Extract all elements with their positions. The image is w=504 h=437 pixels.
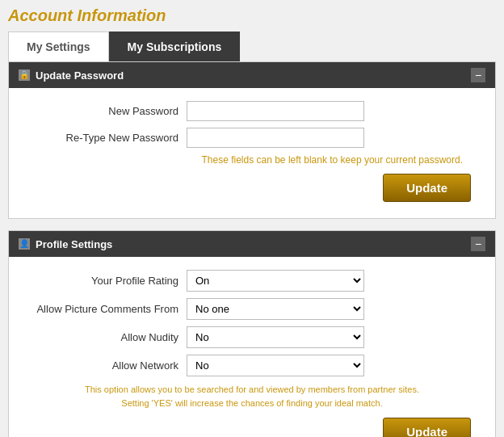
user-icon: 👤	[19, 238, 30, 250]
allow-network-row: Allow Network No Yes	[25, 355, 479, 376]
password-hint: These fields can be left blank to keep y…	[25, 154, 479, 166]
allow-picture-comments-label: Allow Picture Comments From	[25, 303, 187, 315]
tab-my-settings[interactable]: My Settings	[8, 32, 109, 61]
update-password-section: 🔒 Update Password − New Password Re-Type…	[8, 61, 496, 219]
network-info-text: This option allows you to be searched fo…	[25, 383, 479, 410]
profile-rating-label: Your Profile Rating	[25, 275, 187, 287]
update-password-body: New Password Re-Type New Password These …	[9, 88, 495, 218]
profile-settings-header: 👤 Profile Settings −	[9, 231, 495, 257]
profile-settings-title: Profile Settings	[36, 238, 112, 250]
update-password-button[interactable]: Update	[383, 174, 471, 202]
new-password-label: New Password	[25, 105, 187, 117]
allow-network-select[interactable]: No Yes	[187, 355, 364, 376]
update-password-title: Update Password	[36, 69, 124, 82]
profile-settings-body: Your Profile Rating On Off Allow Picture…	[9, 257, 495, 437]
allow-nudity-label: Allow Nudity	[25, 331, 187, 343]
profile-rating-select[interactable]: On Off	[187, 270, 364, 292]
update-password-toggle[interactable]: −	[471, 68, 485, 82]
allow-nudity-select[interactable]: No Yes	[187, 326, 364, 348]
page-title: Account Information	[8, 6, 496, 25]
allow-picture-comments-row: Allow Picture Comments From No one Every…	[25, 298, 479, 320]
tabs: My Settings My Subscriptions	[8, 32, 496, 61]
tab-my-subscriptions[interactable]: My Subscriptions	[109, 32, 241, 61]
allow-nudity-row: Allow Nudity No Yes	[25, 326, 479, 348]
retype-password-input[interactable]	[187, 128, 364, 148]
profile-settings-section: 👤 Profile Settings − Your Profile Rating…	[8, 230, 496, 437]
update-password-header: 🔒 Update Password −	[9, 62, 495, 88]
update-profile-button[interactable]: Update	[383, 418, 471, 437]
allow-picture-comments-select[interactable]: No one Everyone Friends Only	[187, 298, 364, 320]
retype-password-label: Re-Type New Password	[25, 132, 187, 144]
new-password-row: New Password	[25, 101, 479, 121]
profile-settings-toggle[interactable]: −	[471, 237, 485, 251]
allow-network-label: Allow Network	[25, 359, 187, 372]
new-password-input[interactable]	[187, 101, 364, 121]
lock-icon: 🔒	[19, 69, 30, 81]
profile-rating-row: Your Profile Rating On Off	[25, 270, 479, 292]
retype-password-row: Re-Type New Password	[25, 128, 479, 148]
